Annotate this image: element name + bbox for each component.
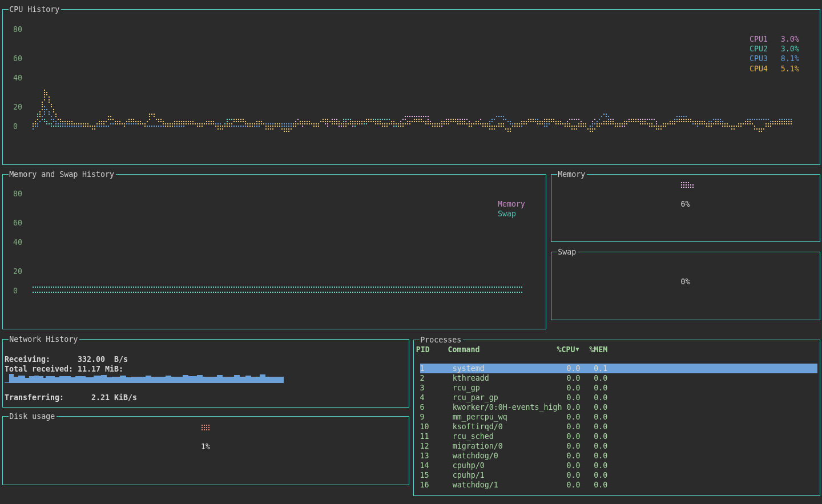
charts-layer [0, 0, 822, 504]
